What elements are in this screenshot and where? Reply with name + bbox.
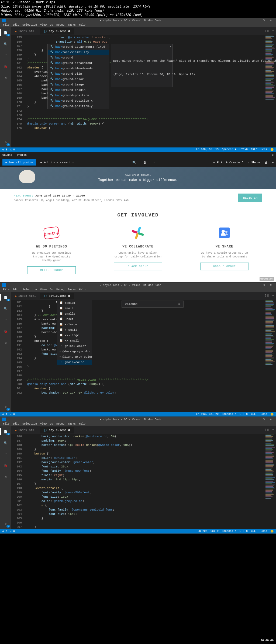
menu-debug[interactable]: Debug (55, 23, 66, 27)
explorer-icon[interactable]: 📄1 (2, 29, 9, 36)
source-control-icon[interactable]: ⑂ (2, 52, 9, 58)
split-editor-icon[interactable]: ▯▯ (265, 28, 269, 33)
code-editor[interactable]: background-color: darken(@white-color, 5… (27, 434, 265, 529)
slack-group-button[interactable]: SLACK GROUP (114, 263, 162, 270)
debug-icon[interactable]: 🐞 (2, 462, 9, 469)
extensions-icon[interactable]: ⊞ (2, 75, 9, 81)
svg-point-8 (225, 231, 227, 233)
minimap[interactable] (265, 35, 276, 147)
card-desc: OpenCharity have a slack group for daily… (114, 251, 162, 259)
extensions-icon[interactable]: ⊞ (2, 339, 9, 346)
more-icon[interactable]: ⋯ (272, 293, 274, 298)
tab-index[interactable]: ◈index.html (11, 28, 40, 35)
menu-tasks[interactable]: Tasks (66, 23, 77, 27)
close-icon[interactable]: ✕ (170, 45, 171, 49)
close-button[interactable]: ✕ (268, 283, 274, 287)
tab-index[interactable]: ◈index.html (11, 427, 40, 434)
maximize-button[interactable]: ▢ (261, 19, 267, 22)
tab-style[interactable]: {}style.less (40, 28, 74, 35)
menu-view[interactable]: View (39, 23, 48, 27)
tab-index[interactable]: ◈index.html (11, 293, 40, 299)
code-editor[interactable]: for } } } // end header #footer-contain … (27, 300, 265, 412)
menubar[interactable]: FileEditSelectionViewGoDebugTasksHelp (0, 288, 276, 292)
cursor-position[interactable]: Ln 169, Col 13 (196, 148, 219, 151)
minimize-button[interactable]: — (254, 283, 260, 287)
source-control-icon[interactable]: ⑂ (2, 317, 9, 323)
close-button[interactable]: ✕ (268, 19, 274, 22)
autocomplete-popup[interactable]: 📋medium📋small📋smaller📋unset📋x-large📋x-sm… (57, 300, 92, 365)
meetup-group-button[interactable]: MEETUP GROUP (27, 266, 76, 274)
settings-icon[interactable]: ⚙1 (2, 404, 9, 410)
minimap[interactable] (265, 434, 276, 529)
close-button[interactable]: ✕ (272, 153, 274, 157)
menubar[interactable]: FileEditSelectionViewGoDebugTasksHelp (0, 422, 276, 426)
explorer-icon[interactable]: 📄1 (2, 428, 9, 435)
vscode-window-1: • style.less - OC - Visual Studio Code —… (0, 18, 276, 152)
close-button[interactable]: ✕ (268, 418, 274, 421)
event-bar: Next Event: June 23rd 2016 18:30 - 21:00… (0, 189, 276, 207)
close-icon[interactable]: ✕ (178, 302, 180, 306)
card-title: WE SHARE (200, 245, 249, 249)
minimize-button[interactable]: — (254, 418, 260, 421)
menu-file[interactable]: File (1, 23, 11, 27)
source-control-icon[interactable]: ⑂ (2, 451, 9, 457)
add-to-creation-button[interactable]: ⊕ Add to a creation (40, 161, 74, 164)
edit-create-button[interactable]: ✏ Edit & Create ˅ (213, 161, 243, 164)
autocomplete-info: ✕ Determines whether or not the 'back' s… (111, 44, 173, 87)
window-title: • style.less - OC - Visual Studio Code (7, 19, 254, 22)
indent-setting[interactable]: Spaces: 4 (222, 148, 236, 151)
card-google: WE SHARE We have a Google Group set up t… (200, 223, 249, 274)
settings-icon[interactable]: ⚙1 (2, 521, 9, 527)
google-group-button[interactable]: GOOGLE GROUP (200, 263, 249, 270)
activity-bar: 📄1 🔍 ⑂ 🐞 ⊞ ⚙1 (0, 292, 11, 412)
timestamp: 00:08:04 (260, 277, 274, 281)
svg-rect-5 (138, 232, 144, 236)
svg-point-7 (222, 230, 225, 233)
eol[interactable]: CRLF (251, 148, 257, 151)
split-editor-icon[interactable]: ▯▯ (265, 293, 269, 298)
feedback-icon[interactable]: 😊 (270, 148, 274, 151)
code-editor[interactable]: color: @white-color !important; transiti… (27, 35, 265, 147)
search-icon[interactable]: 🔍 (2, 440, 9, 446)
rotate-button[interactable]: ↻ (153, 161, 155, 164)
see-all-photos-button[interactable]: ⊞ See all photos (2, 159, 36, 166)
menu-help[interactable]: Help (77, 23, 87, 27)
menu-selection[interactable]: Selection (21, 23, 39, 27)
minimize-button[interactable]: — (254, 19, 260, 22)
minimap[interactable] (265, 300, 276, 412)
menu-edit[interactable]: Edit (11, 23, 21, 27)
more-button[interactable]: ⋯ (272, 161, 274, 164)
fullscreen-icon[interactable]: ⤢ (271, 272, 274, 277)
more-icon[interactable]: ⋯ (272, 28, 274, 33)
settings-icon[interactable]: ⚙1 (2, 139, 9, 145)
explorer-icon[interactable]: 📄1 (2, 294, 9, 301)
zoom-button[interactable]: 🔍 (132, 161, 136, 164)
search-icon[interactable]: 🔍 (2, 305, 9, 312)
photos-toolbar: ⊞ See all photos ⊕ Add to a creation 🔍 🗑… (0, 158, 276, 167)
delete-button[interactable]: 🗑 (143, 161, 146, 164)
menubar[interactable]: File Edit Selection View Go Debug Tasks … (0, 23, 276, 27)
activity-bar: 📄1 🔍 ⑂ 🐞 ⊞ ⚙1 (0, 27, 11, 147)
debug-icon[interactable]: 🐞 (2, 63, 9, 70)
menu-go[interactable]: Go (48, 23, 55, 27)
extensions-icon[interactable]: ⊞ (2, 474, 9, 480)
print-button[interactable]: 🖨 (264, 161, 267, 164)
autocomplete-popup[interactable]: 🔧background-attachment: fixed;🔧backface-… (47, 44, 109, 109)
more-icon[interactable]: ⋯ (272, 427, 274, 432)
card-title: WE COLLABORATE (114, 245, 162, 249)
search-icon[interactable]: 🔍 (2, 41, 9, 47)
maximize-button[interactable]: ▢ (261, 418, 267, 421)
maximize-button[interactable]: ▢ (261, 283, 267, 287)
titlebar: • style.less - OC - Visual Studio Code —… (0, 283, 276, 288)
warnings-count[interactable]: ⚠ 0 (10, 148, 15, 151)
share-button[interactable]: ↗ Share (248, 161, 260, 164)
errors-count[interactable]: ⊗ 3 (2, 148, 7, 151)
language-mode[interactable]: Less (261, 148, 267, 151)
tab-style[interactable]: {}style.less (40, 427, 74, 433)
debug-icon[interactable]: 🐞 (2, 328, 9, 335)
encoding[interactable]: UTF-8 (240, 148, 248, 151)
split-editor-icon[interactable]: ▯▯ (265, 427, 269, 432)
tabbar: ◈index.html {}style.less (11, 27, 276, 35)
register-button[interactable]: REGISTER (238, 194, 262, 202)
tab-style[interactable]: {}style.less (40, 293, 74, 299)
